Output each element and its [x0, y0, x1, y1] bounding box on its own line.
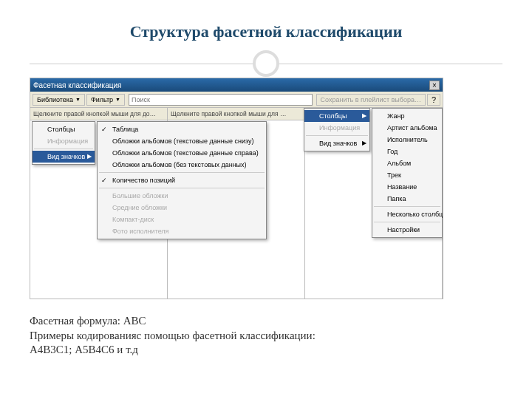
sidebar-item-view[interactable]: Вид значков ▶ [33, 151, 95, 163]
chevron-down-icon: ▼ [115, 97, 120, 102]
decorative-ring [253, 50, 279, 77]
column-header-2: Щелкните правой кнопкой мыши для … [168, 108, 304, 120]
menu-item-settings[interactable]: Настройки [372, 224, 442, 236]
separator [374, 222, 440, 222]
sidebar-item-info: Информация [33, 135, 95, 147]
menu-item-folder[interactable]: Папка [372, 193, 442, 205]
menu-item-large: Большие обложки [98, 190, 266, 202]
chevron-right-icon: ▶ [362, 140, 366, 146]
sidebar-item-columns[interactable]: Столбцы [33, 123, 95, 135]
menu-item-multiple-columns[interactable]: Несколько столбцов [372, 208, 442, 220]
check-icon: ✓ [101, 177, 107, 184]
footer-line-1: Фасетная формула: АВС [30, 314, 502, 329]
context-menu-columns: Жанр Артист альбома Исполнитель Год Альб… [372, 108, 443, 238]
menu-item-count[interactable]: ✓Количество позиций [98, 174, 266, 186]
search-input[interactable] [129, 94, 312, 106]
separator [99, 172, 265, 173]
help-button[interactable]: ? [427, 94, 440, 106]
separator [374, 206, 440, 207]
sidebar-item-view-2[interactable]: Вид значков ▶ [304, 137, 369, 149]
app-screenshot: Фасетная классификация × Библиотека ▼ Фи… [30, 78, 443, 299]
separator [306, 135, 368, 136]
save-playlist-button[interactable]: Сохранить в плейлист выбора… [316, 94, 426, 106]
menu-item-track[interactable]: Трек [372, 169, 442, 181]
menu-item-covers-right[interactable]: Обложки альбомов (текстовые данные справ… [98, 147, 266, 159]
menu-item-covers-below[interactable]: Обложки альбомов (текстовые данные снизу… [98, 135, 266, 147]
separator [34, 149, 93, 149]
menu-item-artist[interactable]: Исполнитель [372, 134, 442, 146]
filter-label: Фильтр [91, 96, 113, 103]
menu-label: Таблица [112, 126, 138, 133]
footer-line-2: Примеры кодированияс помощью фасетной кл… [30, 329, 502, 344]
sidebar-item-columns-2[interactable]: Столбцы ▶ [304, 110, 369, 122]
sidebar-panel-1: Столбцы Информация Вид значков ▶ [32, 121, 95, 165]
menu-item-medium: Средние обложки [98, 202, 266, 214]
column-header-1: Щелкните правой кнопкой мыши для до… [30, 108, 167, 120]
window: Фасетная классификация × Библиотека ▼ Фи… [30, 78, 443, 108]
close-icon[interactable]: × [429, 81, 440, 90]
chevron-down-icon: ▼ [75, 97, 81, 102]
titlebar: Фасетная классификация × [30, 78, 443, 92]
context-menu-view: ✓Таблица Обложки альбомов (текстовые дан… [97, 121, 267, 239]
footer-line-3: А4В3С1; А5В4С6 и т.д [30, 343, 502, 358]
menu-item-year[interactable]: Год [372, 146, 442, 157]
page-title: Структура фасетной классификации [30, 22, 502, 41]
menu-item-title[interactable]: Название [372, 181, 442, 193]
menu-label: Количество позиций [112, 177, 175, 184]
window-title: Фасетная классификация [33, 81, 121, 89]
chevron-right-icon: ▶ [362, 112, 366, 119]
menu-item-album[interactable]: Альбом [372, 157, 442, 169]
menu-item-covers-none[interactable]: Обложки альбомов (без текстовых данных) [98, 159, 266, 171]
filter-button[interactable]: Фильтр ▼ [86, 94, 125, 106]
menu-item-table[interactable]: ✓Таблица [98, 123, 266, 135]
sidebar-item-label: Вид значков [47, 153, 85, 160]
menu-item-artist-photo: Фото исполнителя [98, 225, 266, 237]
library-label: Библиотека [37, 96, 73, 103]
sidebar-item-label: Столбцы [319, 112, 347, 120]
toolbar: Библиотека ▼ Фильтр ▼ Сохранить в плейли… [30, 92, 443, 108]
sidebar-panel-2: Столбцы ▶ Информация Вид значков ▶ [304, 108, 370, 151]
check-icon: ✓ [101, 126, 107, 133]
menu-item-album-artist[interactable]: Артист альбома [372, 122, 442, 134]
footer-text: Фасетная формула: АВС Примеры кодировани… [30, 314, 502, 358]
save-playlist-label: Сохранить в плейлист выбора… [321, 96, 422, 103]
menu-item-cd: Компакт-диск [98, 214, 266, 225]
library-button[interactable]: Библиотека ▼ [33, 94, 85, 106]
menu-item-genre[interactable]: Жанр [372, 110, 442, 122]
sidebar-item-label: Вид значков [319, 140, 357, 147]
separator [99, 188, 265, 188]
chevron-right-icon: ▶ [87, 153, 92, 160]
sidebar-item-info-2: Информация [304, 122, 369, 134]
